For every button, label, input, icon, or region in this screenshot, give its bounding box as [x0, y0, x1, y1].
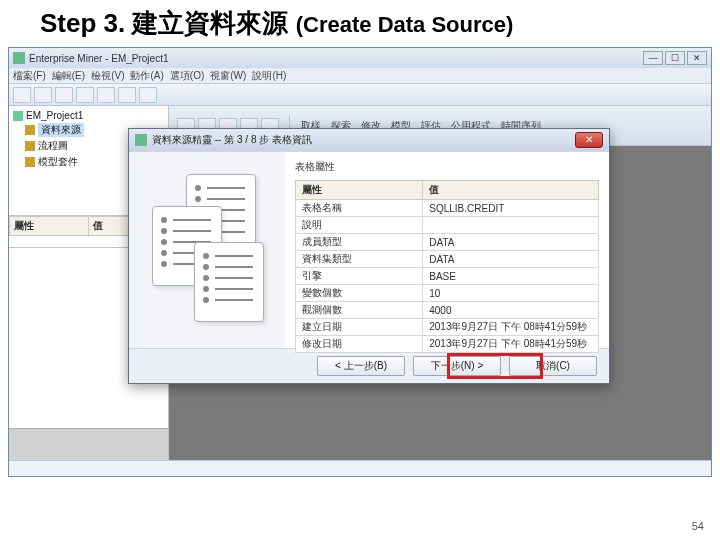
title-en: (Create Data Source) — [296, 12, 514, 37]
app-icon — [13, 52, 25, 64]
folder-icon — [25, 125, 35, 135]
table-row: 觀測個數4000 — [296, 302, 599, 319]
page-number: 54 — [692, 520, 704, 532]
back-button[interactable]: < 上一步(B) — [317, 356, 405, 376]
tree-root[interactable]: EM_Project1 — [26, 110, 83, 121]
table-row: 說明 — [296, 217, 599, 234]
app-titlebar: Enterprise Miner - EM_Project1 — ☐ ✕ — [9, 48, 711, 68]
minimize-button[interactable]: — — [643, 51, 663, 65]
cancel-button[interactable]: 取消(C) — [509, 356, 597, 376]
toolbar-button[interactable] — [76, 87, 94, 103]
maximize-button[interactable]: ☐ — [665, 51, 685, 65]
toolbar-button[interactable] — [118, 87, 136, 103]
wizard-close-button[interactable]: ✕ — [575, 132, 603, 148]
tree-modelpkgs[interactable]: 模型套件 — [38, 155, 78, 169]
statusbar — [9, 460, 711, 476]
project-icon — [13, 111, 23, 121]
menu-edit[interactable]: 編輯(E) — [52, 69, 85, 83]
next-button[interactable]: 下一步(N) > — [413, 356, 501, 376]
wizard-title: 資料來源精靈 -- 第 3 / 8 步 表格資訊 — [152, 133, 312, 147]
slide-title: Step 3. 建立資料來源 (Create Data Source) — [0, 0, 720, 45]
wizard-properties-table: 屬性 值 表格名稱SQLLIB.CREDIT 說明 成員類型DATA 資料集類型… — [295, 180, 599, 353]
table-row: 引擎BASE — [296, 268, 599, 285]
folder-icon — [25, 157, 35, 167]
app-toolbar — [9, 84, 711, 106]
menu-file[interactable]: 檔案(F) — [13, 69, 46, 83]
table-row: 變數個數10 — [296, 285, 599, 302]
step-label: Step 3. — [40, 8, 125, 38]
tree-diagrams[interactable]: 流程圖 — [38, 139, 68, 153]
table-row: 修改日期2013年9月27日 下午 08時41分59秒 — [296, 336, 599, 353]
table-row: 表格名稱SQLLIB.CREDIT — [296, 200, 599, 217]
table-row: 資料集類型DATA — [296, 251, 599, 268]
wiz-th-value: 值 — [423, 181, 599, 200]
close-button[interactable]: ✕ — [687, 51, 707, 65]
folder-icon — [25, 141, 35, 151]
tree-datasources[interactable]: 資料來源 — [38, 123, 84, 137]
toolbar-button[interactable] — [97, 87, 115, 103]
sheet-icon — [194, 242, 264, 322]
props-header-name: 屬性 — [10, 217, 89, 236]
toolbar-button[interactable] — [13, 87, 31, 103]
wizard-artwork — [129, 152, 285, 348]
table-row: 成員類型DATA — [296, 234, 599, 251]
datasource-wizard: 資料來源精靈 -- 第 3 / 8 步 表格資訊 ✕ 表格屬性 屬性 值 表格名… — [128, 128, 610, 384]
wizard-icon — [135, 134, 147, 146]
wizard-footer: < 上一步(B) 下一步(N) > 取消(C) — [129, 349, 609, 383]
table-row: 建立日期2013年9月27日 下午 08時41分59秒 — [296, 319, 599, 336]
menu-action[interactable]: 動作(A) — [130, 69, 163, 83]
toolbar-button[interactable] — [55, 87, 73, 103]
menu-options[interactable]: 選項(O) — [170, 69, 204, 83]
title-cn: 建立資料來源 — [132, 9, 288, 38]
menubar: 檔案(F) 編輯(E) 檢視(V) 動作(A) 選項(O) 視窗(W) 說明(H… — [9, 68, 711, 84]
menu-view[interactable]: 檢視(V) — [91, 69, 124, 83]
wizard-section-label: 表格屬性 — [295, 160, 599, 174]
toolbar-button[interactable] — [34, 87, 52, 103]
menu-window[interactable]: 視窗(W) — [210, 69, 246, 83]
app-title: Enterprise Miner - EM_Project1 — [29, 53, 169, 64]
wiz-th-name: 屬性 — [296, 181, 423, 200]
toolbar-button[interactable] — [139, 87, 157, 103]
wizard-titlebar[interactable]: 資料來源精靈 -- 第 3 / 8 步 表格資訊 ✕ — [129, 129, 609, 151]
menu-help[interactable]: 說明(H) — [252, 69, 286, 83]
